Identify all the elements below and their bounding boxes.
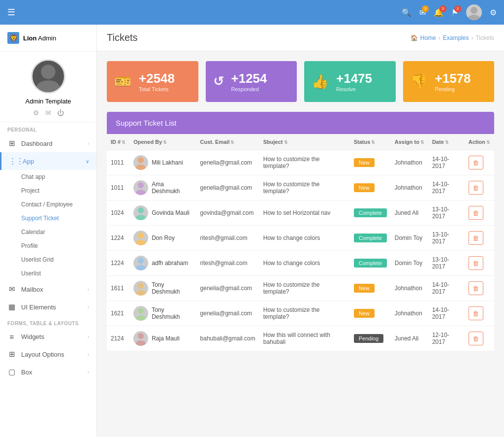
table-row: 1011 Ama Deshmukh genelia@gmail.com How … <box>107 175 494 201</box>
sidebar-subitem-userlist[interactable]: Userlist <box>0 267 96 280</box>
user-thumb <box>133 155 148 170</box>
cell-subject: How to customize the template? <box>259 276 350 301</box>
user-settings-icon[interactable]: ⚙ <box>33 109 39 117</box>
resolve-number: +1475 <box>336 71 372 86</box>
sidebar-subitem-contact[interactable]: Contact / Employee <box>0 198 96 211</box>
svg-point-8 <box>138 207 144 213</box>
delete-button[interactable]: 🗑 <box>469 156 483 169</box>
sidebar-item-dashboard[interactable]: ⊞ Dashboard › <box>0 134 96 152</box>
stat-resolve: 👍 +1475 Resolve <box>304 61 396 102</box>
user-name: Don Roy <box>152 235 175 241</box>
cell-id: 1024 <box>107 201 129 226</box>
col-assign: Assign to⇅ <box>391 134 428 150</box>
user-thumb <box>133 231 148 245</box>
cell-action: 🗑 <box>465 150 494 175</box>
cell-assign: Juned Ali <box>391 326 428 351</box>
sidebar-subitem-support-ticket[interactable]: Support Ticket <box>0 211 96 225</box>
sort-status-icon[interactable]: ⇅ <box>371 140 375 145</box>
user-avatar[interactable] <box>466 4 482 20</box>
pending-label: Pending <box>435 86 471 92</box>
cell-subject: How to set Horizontal nav <box>259 201 350 226</box>
cell-assign: Domin Toy <box>391 251 428 276</box>
mail-icon[interactable]: ✉ 3 <box>419 8 426 17</box>
svg-point-0 <box>471 7 477 14</box>
status-badge: Pending <box>354 334 383 343</box>
user-thumb <box>133 306 148 321</box>
sidebar-user-section: Admin Template ⚙ ✉ ⏻ <box>0 52 96 122</box>
status-badge: New <box>354 284 375 293</box>
sidebar-brand: 🦁 Lion Admin <box>0 25 96 52</box>
breadcrumb-sep1: › <box>439 34 441 41</box>
svg-point-13 <box>136 265 146 270</box>
delete-button[interactable]: 🗑 <box>469 332 483 345</box>
total-tickets-label: Total Tickets <box>139 86 175 92</box>
ticket-section: Support Ticket List ID #⇅ Opened By⇅ Cus… <box>107 112 494 351</box>
dashboard-arrow: › <box>88 141 89 146</box>
col-action: Action⇅ <box>465 134 494 150</box>
cell-assign: Juned Ali <box>391 201 428 226</box>
user-name: Tony Deshmukh <box>152 306 192 320</box>
sidebar-subitem-project[interactable]: Project <box>0 184 96 198</box>
delete-button[interactable]: 🗑 <box>469 281 483 295</box>
user-mail-icon[interactable]: ✉ <box>45 109 51 117</box>
layout-options-label: Layout Options <box>21 351 64 358</box>
brand-admin: Admin <box>36 34 56 42</box>
svg-point-5 <box>136 165 146 170</box>
sort-subject-icon[interactable]: ⇅ <box>284 140 288 145</box>
sort-email-icon[interactable]: ⇅ <box>230 140 234 145</box>
cell-subject: How to change colors <box>259 226 350 251</box>
sort-assign-icon[interactable]: ⇅ <box>420 140 424 145</box>
delete-button[interactable]: 🗑 <box>469 256 483 270</box>
sidebar-subitem-chat-app[interactable]: Chat app <box>0 170 96 184</box>
sidebar-subitem-profile[interactable]: Profile <box>0 239 96 253</box>
user-thumb <box>133 256 148 270</box>
cell-assign: Johnathon <box>391 150 428 175</box>
mailbox-arrow: › <box>88 287 89 292</box>
sidebar-subitem-calendar[interactable]: Calendar <box>0 225 96 239</box>
sidebar-item-layout-options[interactable]: ⊞ Layout Options › <box>0 345 96 363</box>
breadcrumb-home[interactable]: Home <box>420 34 436 41</box>
delete-button[interactable]: 🗑 <box>469 181 483 195</box>
cell-action: 🗑 <box>465 276 494 301</box>
flag-icon[interactable]: ⚑ 2 <box>451 8 458 17</box>
user-power-icon[interactable]: ⏻ <box>57 109 64 117</box>
box-icon: ▢ <box>7 368 16 376</box>
sort-date-icon[interactable]: ⇅ <box>445 140 449 145</box>
sidebar-item-ui-elements[interactable]: ▦ UI Elements › <box>0 298 96 316</box>
cell-action: 🗑 <box>465 226 494 251</box>
cell-date: 13-10-2017 <box>428 226 465 251</box>
sidebar-item-app[interactable]: ⋮⋮ App ∨ <box>0 152 96 170</box>
widgets-arrow: › <box>88 334 89 339</box>
user-thumb <box>133 281 148 296</box>
delete-button[interactable]: 🗑 <box>469 231 483 245</box>
delete-button[interactable]: 🗑 <box>469 206 483 220</box>
cell-id: 1011 <box>107 175 129 201</box>
svg-point-17 <box>136 315 146 321</box>
bell-icon[interactable]: 🔔 5 <box>434 8 443 17</box>
cell-subject: How to change colors <box>259 251 350 276</box>
mailbox-icon: ✉ <box>7 285 16 294</box>
cell-action: 🗑 <box>465 301 494 326</box>
pending-icon: 👎 <box>410 73 428 90</box>
sidebar-item-mailbox[interactable]: ✉ Mailbox › <box>0 280 96 298</box>
delete-button[interactable]: 🗑 <box>469 306 483 320</box>
sidebar-item-widgets[interactable]: ≡ Widgets › <box>0 328 96 345</box>
search-icon[interactable]: 🔍 <box>402 8 411 17</box>
section-label-personal: PERSONAL <box>0 122 96 134</box>
stat-responded: ↺ +1254 Responded <box>206 61 297 102</box>
breadcrumb-examples[interactable]: Examples <box>443 34 469 41</box>
table-header-row: ID #⇅ Opened By⇅ Cust. Email⇅ Sbuject⇅ S… <box>107 134 494 150</box>
hamburger-button[interactable]: ☰ <box>7 7 15 18</box>
sort-action-icon[interactable]: ⇅ <box>486 140 490 145</box>
sort-id-icon[interactable]: ⇅ <box>122 140 126 145</box>
sidebar-subitem-userlist-grid[interactable]: Userlist Grid <box>0 253 96 267</box>
cell-email: genelia@gmail.com <box>196 150 259 175</box>
sort-opened-icon[interactable]: ⇅ <box>163 140 167 145</box>
box-arrow: › <box>88 370 89 375</box>
section-label-forms: FORMS, TABLE & LAYOUTS <box>0 316 96 328</box>
settings-icon[interactable]: ⚙ <box>490 8 497 17</box>
sidebar-item-box[interactable]: ▢ Box › <box>0 363 96 381</box>
dashboard-label: Dashboard <box>21 140 53 147</box>
cell-date: 14-10-2017 <box>428 175 465 201</box>
cell-status: Complete <box>350 226 391 251</box>
